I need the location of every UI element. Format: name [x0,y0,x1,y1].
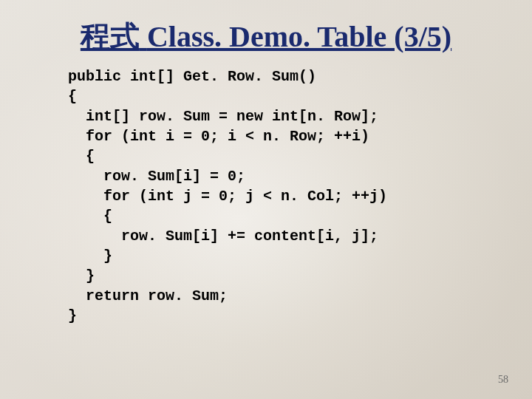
code-line: for (int j = 0; j < n. Col; ++j) [68,188,387,205]
code-block: public int[] Get. Row. Sum() { int[] row… [68,66,387,326]
code-line: int[] row. Sum = new int[n. Row]; [68,108,378,125]
code-line: return row. Sum; [68,287,228,304]
slide-title: 程式 Class. Demo. Table (3/5) [0,16,532,57]
code-line: } [68,307,77,324]
code-line: { [68,148,95,165]
code-line: row. Sum[i] += content[i, j]; [68,228,378,245]
title-english: Class. Demo. Table (3/5) [147,20,451,53]
title-chinese: 程式 [81,20,140,53]
code-line: row. Sum[i] = 0; [68,168,245,185]
page-number: 58 [498,374,508,386]
code-line: for (int i = 0; i < n. Row; ++i) [68,128,369,145]
code-line: { [68,208,112,225]
code-line: } [68,248,112,265]
code-line: } [68,267,95,284]
code-line: public int[] Get. Row. Sum() [68,68,316,85]
code-line: { [68,88,77,105]
